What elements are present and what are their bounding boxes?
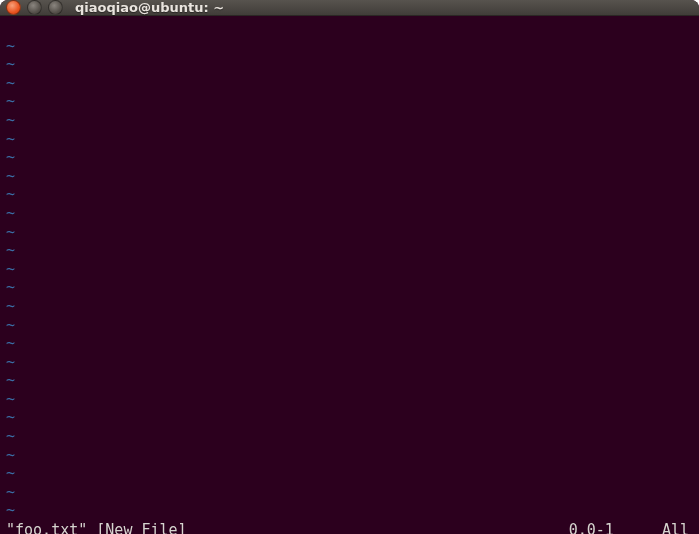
empty-line-marker: ~ [6,316,693,335]
empty-line-marker: ~ [6,74,693,93]
empty-line-marker: ~ [6,130,693,149]
empty-line-marker: ~ [6,111,693,130]
empty-line-marker: ~ [6,204,693,223]
empty-line-marker: ~ [6,223,693,242]
editor-buffer[interactable]: ~~~~~~~~~~~~~~~~~~~~~~~~~~ [6,18,693,520]
empty-line-marker: ~ [6,185,693,204]
empty-line-marker: ~ [6,446,693,465]
editor-line [6,18,693,37]
status-flag: [New File] [96,520,186,534]
status-percent: All [662,520,689,534]
empty-line-marker: ~ [6,408,693,427]
maximize-icon[interactable] [48,0,63,15]
minimize-icon[interactable] [27,0,42,15]
status-gap [87,520,96,534]
terminal-viewport[interactable]: ~~~~~~~~~~~~~~~~~~~~~~~~~~ "foo.txt" [Ne… [0,16,699,534]
empty-line-marker: ~ [6,353,693,372]
empty-line-marker: ~ [6,37,693,56]
status-position: 0,0-1 [569,520,662,534]
terminal-window: qiaoqiao@ubuntu: ~ ~~~~~~~~~~~~~~~~~~~~~… [0,0,699,534]
empty-line-marker: ~ [6,241,693,260]
titlebar[interactable]: qiaoqiao@ubuntu: ~ [0,0,699,16]
empty-line-marker: ~ [6,297,693,316]
empty-line-marker: ~ [6,260,693,279]
close-icon[interactable] [6,0,21,15]
empty-line-marker: ~ [6,390,693,409]
empty-line-marker: ~ [6,334,693,353]
empty-line-marker: ~ [6,371,693,390]
empty-line-marker: ~ [6,464,693,483]
empty-line-marker: ~ [6,501,693,520]
empty-line-marker: ~ [6,92,693,111]
empty-line-marker: ~ [6,148,693,167]
status-spacer [187,520,569,534]
empty-line-marker: ~ [6,55,693,74]
empty-line-marker: ~ [6,483,693,502]
empty-line-marker: ~ [6,427,693,446]
empty-line-marker: ~ [6,278,693,297]
status-line: "foo.txt" [New File] 0,0-1 All [6,520,693,534]
status-filename: "foo.txt" [6,520,87,534]
empty-line-marker: ~ [6,167,693,186]
window-title: qiaoqiao@ubuntu: ~ [75,0,224,15]
